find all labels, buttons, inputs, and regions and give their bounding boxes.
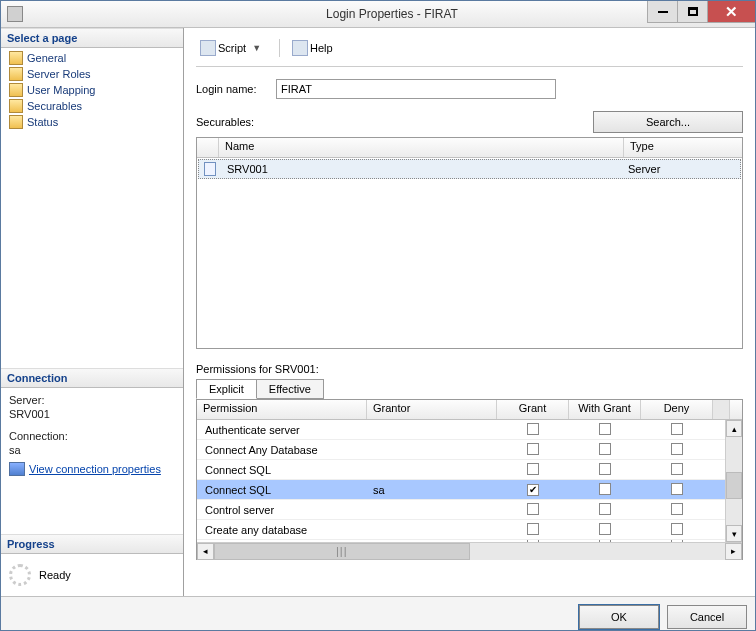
table-row[interactable]: Connect SQLsa✔	[197, 480, 742, 500]
column-permission[interactable]: Permission	[197, 400, 367, 419]
dialog-footer: OK Cancel	[1, 596, 755, 631]
column-name[interactable]: Name	[219, 138, 624, 157]
scroll-down-icon[interactable]: ▾	[726, 525, 742, 542]
minimize-button[interactable]	[647, 1, 677, 23]
sidebar-item-user-mapping[interactable]: User Mapping	[3, 82, 181, 98]
column-grant[interactable]: Grant	[497, 400, 569, 419]
page-icon	[9, 115, 23, 129]
left-pane: Select a page GeneralServer RolesUser Ma…	[1, 28, 184, 596]
grantor-cell	[367, 508, 497, 512]
tab-explicit[interactable]: Explicit	[196, 379, 257, 399]
close-button[interactable]: ✕	[707, 1, 755, 23]
grantor-cell	[367, 468, 497, 472]
cancel-button[interactable]: Cancel	[667, 605, 747, 629]
select-page-header: Select a page	[1, 28, 183, 48]
sidebar-item-securables[interactable]: Securables	[3, 98, 181, 114]
checkbox[interactable]	[671, 483, 683, 495]
permission-cell: Authenticate server	[197, 422, 367, 438]
scroll-thumb[interactable]: |||	[214, 543, 470, 560]
help-icon	[292, 40, 308, 56]
column-grantor[interactable]: Grantor	[367, 400, 497, 419]
grantor-cell: sa	[367, 482, 497, 498]
securables-label: Securables:	[196, 116, 593, 128]
checkbox[interactable]	[599, 523, 611, 535]
table-row[interactable]: Connect Any Database	[197, 440, 742, 460]
column-with-grant[interactable]: With Grant	[569, 400, 641, 419]
server-icon	[204, 162, 216, 176]
help-label: Help	[310, 42, 333, 54]
grantor-cell	[367, 528, 497, 532]
horizontal-scrollbar[interactable]: ◂ ||| ▸	[197, 542, 742, 559]
login-name-input[interactable]	[276, 79, 556, 99]
toolbar-separator	[279, 39, 280, 57]
ok-button[interactable]: OK	[579, 605, 659, 629]
help-button[interactable]: Help	[288, 38, 337, 58]
permission-cell: Connect SQL	[197, 482, 367, 498]
connection-label: Connection:	[9, 430, 175, 442]
checkbox[interactable]	[527, 503, 539, 515]
checkbox[interactable]	[599, 483, 611, 495]
checkbox[interactable]	[527, 463, 539, 475]
checkbox[interactable]	[527, 423, 539, 435]
scroll-left-icon[interactable]: ◂	[197, 543, 214, 560]
script-icon	[200, 40, 216, 56]
table-row[interactable]: Authenticate server	[197, 420, 742, 440]
checkbox[interactable]	[671, 463, 683, 475]
checkbox[interactable]	[671, 503, 683, 515]
chevron-down-icon[interactable]: ▼	[252, 43, 261, 53]
table-row[interactable]: Control server	[197, 500, 742, 520]
checkbox[interactable]	[599, 423, 611, 435]
permission-cell: Connect SQL	[197, 462, 367, 478]
page-icon	[9, 83, 23, 97]
table-row[interactable]: Connect SQL	[197, 460, 742, 480]
column-type[interactable]: Type	[624, 138, 742, 157]
window-buttons: ✕	[647, 1, 755, 23]
permissions-grid[interactable]: Permission Grantor Grant With Grant Deny…	[196, 399, 743, 560]
scroll-up-icon[interactable]: ▴	[726, 420, 742, 437]
page-icon	[9, 67, 23, 81]
view-connection-properties-link[interactable]: View connection properties	[29, 463, 161, 475]
checkbox[interactable]	[527, 443, 539, 455]
checkbox[interactable]	[671, 523, 683, 535]
connection-header: Connection	[1, 368, 183, 388]
progress-header: Progress	[1, 534, 183, 554]
scroll-right-icon[interactable]: ▸	[725, 543, 742, 560]
tab-effective[interactable]: Effective	[256, 379, 324, 399]
checkbox[interactable]	[599, 463, 611, 475]
sidebar-item-label: Status	[27, 116, 58, 128]
maximize-button[interactable]	[677, 1, 707, 23]
sidebar-item-label: Server Roles	[27, 68, 91, 80]
page-icon	[9, 51, 23, 65]
login-name-label: Login name:	[196, 83, 276, 95]
server-label: Server:	[9, 394, 175, 406]
connection-icon	[9, 462, 25, 476]
vertical-scrollbar[interactable]: ▴ ▾	[725, 420, 742, 542]
grantor-cell	[367, 428, 497, 432]
grantor-cell	[367, 448, 497, 452]
sidebar-item-status[interactable]: Status	[3, 114, 181, 130]
permission-cell: Create any database	[197, 522, 367, 538]
scroll-thumb[interactable]	[726, 472, 742, 498]
sidebar-item-server-roles[interactable]: Server Roles	[3, 66, 181, 82]
script-button[interactable]: Script ▼	[196, 38, 271, 58]
permissions-tabs: Explicit Effective	[196, 379, 743, 399]
checkbox[interactable]	[527, 523, 539, 535]
securable-name: SRV001	[221, 163, 622, 175]
titlebar: Login Properties - FIRAT ✕	[1, 1, 755, 28]
table-row[interactable]: Create any database	[197, 520, 742, 540]
checkbox[interactable]	[671, 423, 683, 435]
search-button[interactable]: Search...	[593, 111, 743, 133]
checkbox[interactable]	[599, 503, 611, 515]
sidebar-item-label: General	[27, 52, 66, 64]
checkbox[interactable]	[599, 443, 611, 455]
progress-status: Ready	[39, 569, 71, 581]
checkbox[interactable]: ✔	[527, 484, 539, 496]
securables-grid[interactable]: Name Type SRV001Server	[196, 137, 743, 349]
checkbox[interactable]	[671, 443, 683, 455]
table-row[interactable]: SRV001Server	[198, 159, 741, 179]
sidebar-item-general[interactable]: General	[3, 50, 181, 66]
permission-cell: Connect Any Database	[197, 442, 367, 458]
column-deny[interactable]: Deny	[641, 400, 713, 419]
right-pane: Script ▼ Help Login name: Securables: Se…	[184, 28, 755, 596]
page-icon	[9, 99, 23, 113]
